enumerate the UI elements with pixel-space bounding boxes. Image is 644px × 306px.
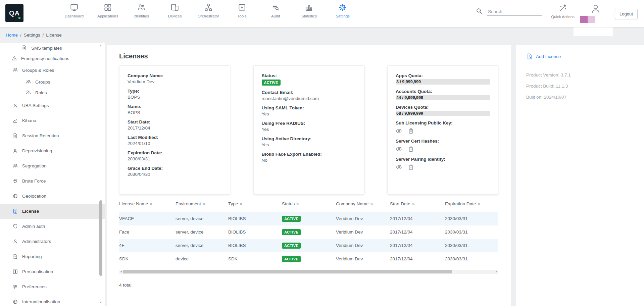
app-logo[interactable]: QA: [5, 4, 23, 22]
sort-icon: ⇅: [477, 202, 480, 206]
nav-item-identities[interactable]: Identities: [125, 3, 158, 18]
field-label: Status:: [262, 73, 356, 78]
sidebar-item-license[interactable]: License: [0, 204, 105, 219]
grid-icon: [91, 3, 125, 12]
server-cert-hashes: Server Cert Hashes:: [396, 139, 490, 152]
add-license-button[interactable]: Add License: [526, 53, 634, 60]
copy-icon[interactable]: [408, 128, 414, 134]
field-value: rconstantin@veridiumid.com: [262, 96, 356, 101]
people-icon: [12, 67, 18, 73]
search-icon[interactable]: [476, 7, 483, 14]
field-label: Contact Email:: [262, 90, 356, 95]
nav-item-applications[interactable]: Applications: [91, 3, 125, 18]
eye-off-icon[interactable]: [396, 128, 402, 134]
avatar[interactable]: [588, 3, 603, 15]
col-start-date[interactable]: Start Date⇅: [390, 199, 445, 212]
field-label: Sub Licensing Public Key:: [396, 120, 490, 125]
sidebar-item-brute-force[interactable]: Brute Force: [0, 173, 105, 189]
scroll-down-icon[interactable]: ▼: [99, 301, 103, 305]
sidebar-item-segregation[interactable]: Segregation: [0, 158, 105, 173]
flow-icon: [192, 3, 225, 12]
sidebar-item-label: License: [22, 209, 39, 214]
sidebar-item-kibana[interactable]: Kibana: [0, 113, 105, 128]
sidebar-item-label: Administrators: [22, 239, 51, 244]
scroll-right-icon[interactable]: ▸: [495, 270, 498, 273]
nav-item-statistics[interactable]: Statistics: [292, 3, 326, 18]
nav-label: Statistics: [292, 14, 326, 18]
breadcrumb: Home / Settings / License: [0, 27, 644, 43]
scrollbar-thumb[interactable]: [123, 270, 452, 273]
quota-bar: 68 / 9,999,999: [396, 111, 490, 116]
breadcrumb-home[interactable]: Home: [6, 33, 18, 38]
col-company-name[interactable]: Company Name⇅: [336, 199, 390, 212]
quick-actions-button[interactable]: Quick Actions: [546, 4, 580, 19]
copy-icon[interactable]: [408, 164, 414, 170]
sidebar-item-internationalisation[interactable]: Internationalisation: [0, 294, 105, 306]
field-value: Yes: [262, 142, 356, 147]
field-value: BOPS: [128, 95, 222, 100]
status-badge: ACTIVE: [282, 243, 301, 249]
sidebar-item-label: Emergency notifications: [21, 56, 69, 61]
sidebar-item-personalisation[interactable]: Personalisation: [0, 264, 105, 279]
scrollbar-thumb[interactable]: [99, 200, 102, 276]
field-label: Using SAML Token:: [262, 105, 356, 110]
search-input[interactable]: [487, 8, 542, 16]
shield-icon: [12, 223, 18, 230]
people-icon: [26, 79, 32, 85]
logout-button[interactable]: Logout: [615, 9, 638, 19]
field-label: Last Modified:: [128, 135, 222, 140]
copy-icon[interactable]: [408, 146, 414, 152]
nav-label: Applications: [91, 14, 125, 18]
sidebar-item-uba-settings[interactable]: UBA Settings: [0, 98, 105, 113]
sidebar-item-label: Groups: [35, 80, 50, 85]
devices-icon: [158, 3, 192, 12]
sidebar-item-admin-auth[interactable]: Admin auth: [0, 219, 105, 234]
sidebar-item-administrators[interactable]: Administrators: [0, 234, 105, 249]
sidebar-item-groups[interactable]: Groups: [0, 76, 105, 87]
built-on: Built on: 2024/10/07: [526, 95, 634, 100]
col-license-name[interactable]: License Name⇅: [119, 199, 176, 212]
sidebar-item-preferences[interactable]: Preferences: [0, 279, 105, 294]
table-horizontal-scrollbar[interactable]: ◂ ▸: [119, 270, 498, 274]
field-label: Type:: [128, 89, 222, 94]
col-status[interactable]: Status⇅: [282, 199, 336, 212]
field-value: Yes: [262, 127, 356, 132]
sidebar-item-reporting[interactable]: Reporting: [0, 249, 105, 264]
eye-off-icon[interactable]: [396, 164, 402, 170]
eye-off-icon[interactable]: [396, 146, 402, 152]
sidebar-item-emergency-notifications[interactable]: Emergency notifications: [0, 53, 105, 64]
sidebar-item-groups-roles[interactable]: Groups & Roles: [0, 64, 105, 76]
field-value: 2017/12/04: [128, 125, 222, 131]
accounts-quota: Accounts Quota: 44 / 9,999,999: [396, 89, 490, 100]
breadcrumb-current: License: [46, 33, 62, 38]
table-row[interactable]: 4F server, device BIOLIBS ACTIVE Veridiu…: [119, 239, 498, 252]
sidebar-item-sms-templates[interactable]: SMS templates: [0, 43, 105, 53]
nav-item-audit[interactable]: Audit: [259, 3, 292, 18]
col-type[interactable]: Type⇅: [228, 199, 282, 212]
add-license-label: Add License: [536, 54, 561, 59]
person-icon: [12, 103, 18, 109]
nav-item-orchestrator[interactable]: Orchestrator: [192, 3, 225, 18]
scroll-left-icon[interactable]: ◂: [119, 270, 123, 273]
col-environment[interactable]: Environment⇅: [176, 199, 228, 212]
sidebar-scrollbar[interactable]: ▲ ▼: [99, 44, 103, 305]
sidebar-item-geolocation[interactable]: Geolocation: [0, 189, 105, 204]
server-pairing-identity: Server Pairing Identity:: [396, 157, 490, 170]
table-row[interactable]: SDK device SDK ACTIVE Veridium Dev 2017/…: [119, 252, 498, 266]
sidebar-item-session-retention[interactable]: Session Retention: [0, 128, 105, 143]
sidebar-item-deprovisioning[interactable]: Deprovisioning: [0, 143, 105, 158]
nav-item-dashboard[interactable]: Dashboard: [57, 3, 91, 18]
sort-icon: ⇅: [239, 202, 242, 206]
table-row[interactable]: VFACE server, device BIOLIBS ACTIVE Veri…: [119, 212, 498, 225]
table-row[interactable]: Face server, device BIOLIBS ACTIVE Verid…: [119, 225, 498, 239]
nav-item-devices[interactable]: Devices: [158, 3, 192, 18]
nav-item-tools[interactable]: Tools: [225, 3, 259, 18]
nav-item-settings[interactable]: Settings: [326, 3, 359, 18]
devices-quota: Devices Quota: 68 / 9,999,999: [396, 105, 490, 116]
col-expiration-date[interactable]: Expiration Date⇅: [445, 199, 498, 212]
sidebar-item-roles[interactable]: Roles: [0, 87, 105, 98]
breadcrumb-settings[interactable]: Settings: [24, 33, 40, 38]
scroll-up-icon[interactable]: ▲: [99, 44, 103, 48]
status-badge: ACTIVE: [282, 229, 301, 235]
quota-value: 68 / 9,999,999: [396, 111, 490, 116]
